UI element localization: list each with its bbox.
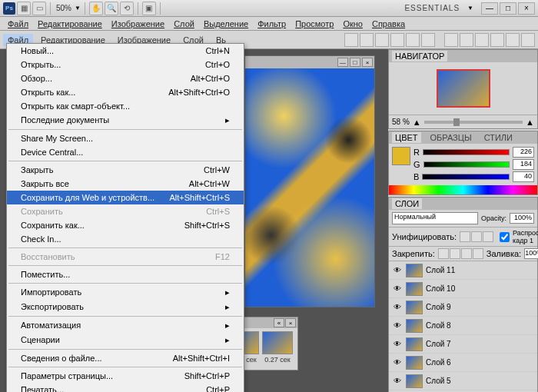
menu-item[interactable]: Обзор...Alt+Ctrl+O — [7, 71, 244, 85]
arrange-icon[interactable] — [375, 33, 389, 47]
close-button[interactable]: × — [362, 58, 373, 67]
bridge-icon[interactable]: ▦ — [17, 2, 31, 15]
animation-frame[interactable]: 0.27 сек — [262, 331, 293, 364]
visibility-icon[interactable]: 👁 — [392, 265, 403, 276]
document-canvas[interactable] — [245, 68, 374, 307]
arrange-icon[interactable] — [406, 33, 420, 47]
arrange-icon[interactable] — [360, 33, 374, 47]
hand-icon[interactable]: ✋ — [89, 2, 103, 15]
menu-item[interactable]: Check In... — [7, 232, 244, 246]
maximize-button[interactable]: □ — [350, 58, 360, 67]
arrange-icon[interactable] — [475, 33, 489, 47]
close-button[interactable]: × — [285, 318, 296, 327]
opacity-value[interactable]: 100% — [510, 213, 534, 224]
menu-image[interactable]: Изображение — [107, 18, 169, 30]
layer-row[interactable]: 👁Слой 11 — [389, 261, 537, 280]
screen-mode-icon[interactable]: ▣ — [142, 2, 156, 15]
menu-item[interactable]: ЗакрытьCtrl+W — [7, 163, 244, 177]
menu-item[interactable]: Сведения о файле...Alt+Shift+Ctrl+I — [7, 351, 244, 365]
zoom-icon[interactable]: 🔍 — [105, 2, 118, 15]
arrange-icon[interactable] — [344, 33, 358, 47]
tab-styles[interactable]: СТИЛИ — [481, 132, 516, 143]
arrange-icon[interactable] — [390, 33, 404, 47]
fill-value[interactable]: 100% — [524, 248, 538, 259]
navigator-zoom[interactable]: 58 % — [392, 118, 410, 126]
layer-row[interactable]: 👁Слой 7 — [389, 335, 537, 354]
menu-item[interactable]: Автоматизация▸ — [7, 318, 244, 333]
visibility-icon[interactable]: 👁 — [392, 321, 403, 331]
menu-item[interactable]: Закрыть всеAlt+Ctrl+W — [7, 177, 244, 191]
menu-item[interactable]: Поместить... — [7, 267, 244, 281]
menu-item[interactable]: Сохранить для Web и устройств...Alt+Shif… — [7, 191, 244, 204]
arrange-icon[interactable] — [460, 33, 473, 47]
menu-item[interactable]: Параметры страницы...Shift+Ctrl+P — [7, 369, 244, 383]
menu-window[interactable]: Окно — [338, 18, 367, 30]
menu-item[interactable]: Сценарии▸ — [7, 333, 244, 347]
arrange-icon[interactable] — [521, 33, 535, 47]
menu-item[interactable]: Экспортировать▸ — [7, 300, 244, 314]
unify-visibility-icon[interactable] — [471, 231, 482, 242]
lock-pixels-icon[interactable] — [450, 248, 460, 259]
lock-all-icon[interactable] — [473, 248, 483, 259]
menu-item[interactable]: Device Central... — [7, 145, 244, 159]
tab-navigator[interactable]: НАВИГАТОР — [392, 51, 447, 61]
layer-row[interactable]: 👁Слой 5 — [389, 372, 537, 390]
visibility-icon[interactable]: 👁 — [392, 357, 403, 368]
unify-style-icon[interactable] — [483, 231, 493, 242]
tab-color[interactable]: ЦВЕТ — [392, 132, 421, 143]
navigator-thumbnail[interactable] — [437, 69, 490, 108]
foreground-color[interactable] — [392, 147, 410, 165]
b-slider[interactable] — [422, 174, 510, 180]
layer-row[interactable]: 👁Слой 8 — [389, 317, 537, 335]
b-value[interactable]: 40 — [513, 171, 534, 182]
g-slider[interactable] — [423, 161, 510, 168]
triangle-right-icon[interactable]: ▲ — [526, 118, 534, 127]
menu-item[interactable]: Открыть...Ctrl+O — [7, 58, 244, 71]
zoom-level[interactable]: 50% — [56, 4, 71, 12]
menu-item[interactable]: Печатать...Ctrl+P — [7, 383, 244, 392]
menu-item[interactable]: Открыть как смарт-объект... — [7, 99, 244, 113]
lock-transparency-icon[interactable] — [438, 248, 449, 259]
tab-swatches[interactable]: ОБРАЗЦЫ — [427, 132, 475, 143]
menu-edit[interactable]: Редактирование — [33, 18, 107, 30]
layer-row[interactable]: 👁Слой 6 — [389, 354, 537, 372]
propagate-checkbox[interactable] — [500, 232, 510, 242]
visibility-icon[interactable]: 👁 — [392, 339, 403, 350]
menu-item[interactable]: Share My Screen... — [7, 131, 244, 145]
collapse-icon[interactable]: « — [274, 318, 284, 327]
rotate-icon[interactable]: ⟲ — [120, 2, 134, 15]
workspace-switcher[interactable]: ESSENTIALS — [398, 2, 466, 14]
arrange-icon[interactable] — [421, 33, 435, 47]
tab-layers[interactable]: СЛОИ — [392, 198, 422, 209]
menu-item[interactable]: Новый...Ctrl+N — [7, 44, 244, 58]
menu-filter[interactable]: Фильтр — [253, 18, 291, 30]
layout-icon[interactable]: ▭ — [32, 2, 46, 15]
menu-item[interactable]: Последние документы▸ — [7, 113, 244, 128]
layer-row[interactable]: 👁Слой 9 — [389, 298, 537, 317]
visibility-icon[interactable]: 👁 — [392, 302, 403, 313]
menu-file[interactable]: Файл — [3, 18, 33, 30]
arrange-icon[interactable] — [444, 33, 458, 47]
chevron-down-icon[interactable]: ▼ — [467, 5, 473, 12]
menu-layer[interactable]: Слой — [169, 18, 199, 30]
menu-view[interactable]: Просмотр — [291, 18, 338, 30]
arrange-icon[interactable] — [506, 33, 520, 47]
r-value[interactable]: 226 — [513, 147, 534, 158]
minimize-button[interactable]: — — [337, 58, 348, 67]
maximize-button[interactable]: □ — [500, 2, 516, 15]
menu-item[interactable]: Сохранить как...Shift+Ctrl+S — [7, 218, 244, 232]
r-slider[interactable] — [423, 149, 510, 155]
menu-help[interactable]: Справка — [367, 18, 410, 30]
chevron-down-icon[interactable]: ▼ — [75, 5, 81, 12]
arrange-icon[interactable] — [490, 33, 504, 47]
menu-select[interactable]: Выделение — [199, 18, 253, 30]
unify-position-icon[interactable] — [460, 231, 470, 242]
layer-row[interactable]: 👁Слой 10 — [389, 280, 537, 298]
g-value[interactable]: 184 — [513, 159, 534, 170]
menu-item[interactable]: Открыть как...Alt+Shift+Ctrl+O — [7, 85, 244, 99]
triangle-left-icon[interactable]: ▲ — [413, 118, 421, 127]
close-button[interactable]: × — [518, 2, 535, 15]
lock-position-icon[interactable] — [461, 248, 472, 259]
visibility-icon[interactable]: 👁 — [392, 284, 403, 294]
color-ramp[interactable] — [389, 185, 537, 194]
